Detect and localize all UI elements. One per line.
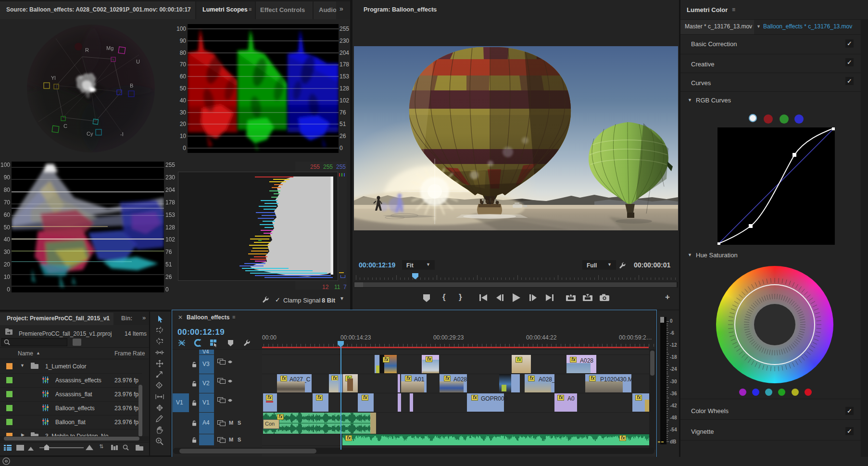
svg-text:B: B (130, 83, 133, 88)
svg-text:C: C (63, 123, 67, 129)
svg-text:Cy: Cy (87, 131, 93, 137)
svg-text:Yl: Yl (51, 75, 56, 81)
svg-text:R: R (85, 47, 89, 53)
svg-text:-I: -I (120, 131, 124, 137)
svg-text:U: U (136, 59, 140, 64)
svg-text:Mg: Mg (106, 45, 113, 51)
